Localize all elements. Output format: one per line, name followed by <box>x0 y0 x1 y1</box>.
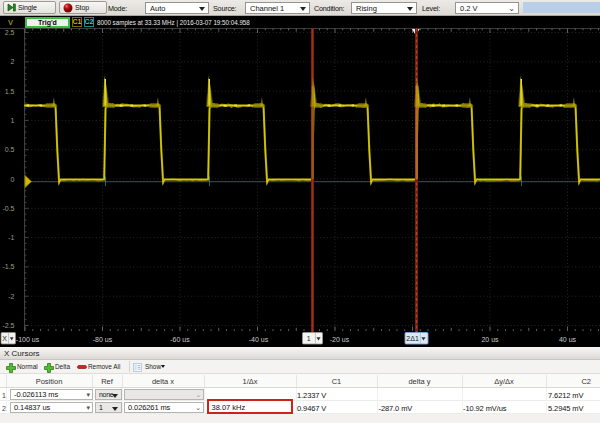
svg-text:-2.5: -2.5 <box>2 322 14 329</box>
svg-text:0.5: 0.5 <box>5 146 15 153</box>
svg-text:-20 us: -20 us <box>330 336 350 343</box>
svg-text:20 us: 20 us <box>481 336 499 343</box>
svg-text:0: 0 <box>11 176 15 183</box>
svg-text:2: 2 <box>11 58 15 65</box>
svg-text:X: X <box>2 335 7 342</box>
svg-text:-1: -1 <box>8 234 14 241</box>
svg-text:-0.5: -0.5 <box>2 205 14 212</box>
svg-text:-2: -2 <box>8 293 14 300</box>
svg-text:-80 us: -80 us <box>93 336 113 343</box>
svg-text:2.5: 2.5 <box>5 29 15 36</box>
svg-text:1.5: 1.5 <box>5 88 15 95</box>
svg-text:1: 1 <box>307 335 311 342</box>
svg-text:-40 us: -40 us <box>249 336 269 343</box>
svg-text:-1.5: -1.5 <box>2 263 14 270</box>
svg-text:-100 us: -100 us <box>16 336 40 343</box>
svg-text:40 us: 40 us <box>559 336 577 343</box>
svg-text:-60 us: -60 us <box>170 336 190 343</box>
svg-text:2Δ1: 2Δ1 <box>406 335 419 342</box>
svg-text:1: 1 <box>11 117 15 124</box>
